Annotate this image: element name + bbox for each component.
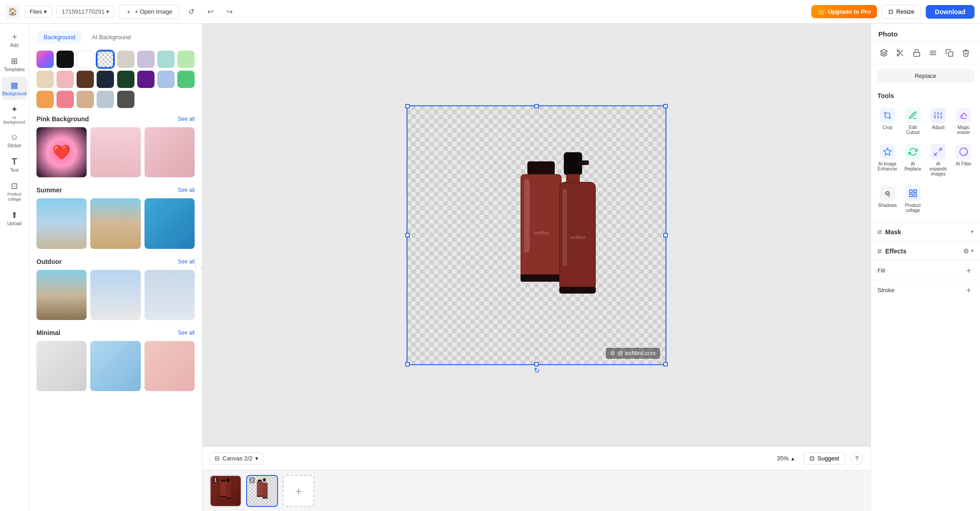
redo-icon[interactable]: ↪ xyxy=(222,5,237,19)
upgrade-button[interactable]: 👑 Upgrade to Pro xyxy=(811,5,877,18)
green-dark-swatch[interactable] xyxy=(117,71,134,88)
sidebar-item-product-collage[interactable]: ⊡ Product collage xyxy=(2,177,27,206)
undo-icon[interactable]: ↩ xyxy=(203,5,217,19)
pink-soft-thumb[interactable] xyxy=(90,127,140,177)
outdoor1-thumb[interactable] xyxy=(36,270,87,320)
sidebar-item-background[interactable]: ▦ Background xyxy=(2,77,27,100)
outdoor-see-all[interactable]: See all xyxy=(178,258,195,265)
brown-swatch[interactable] xyxy=(77,71,94,88)
pink-background-see-all[interactable]: See all xyxy=(178,116,195,122)
sidebar-item-text[interactable]: T Text xyxy=(2,153,27,176)
adjust-tool[interactable]: Adjust xyxy=(927,104,950,139)
navy-swatch[interactable] xyxy=(97,71,114,88)
files-label: Files xyxy=(30,8,42,15)
gray-warm-swatch[interactable] xyxy=(117,51,134,68)
green-medium-swatch[interactable] xyxy=(177,71,195,88)
blue-light-swatch[interactable] xyxy=(157,71,175,88)
open-image-button[interactable]: ＋ + Open Image xyxy=(119,5,179,19)
rotate-icon[interactable]: ↺ xyxy=(184,5,198,19)
pink-room-thumb[interactable] xyxy=(144,127,195,177)
files-menu[interactable]: Files ▾ xyxy=(25,5,52,18)
panel-collapse-button[interactable]: ‹ xyxy=(196,258,202,277)
lock-tool-icon[interactable] xyxy=(909,46,924,60)
summer-see-all[interactable]: See all xyxy=(178,187,195,193)
fill-add-button[interactable]: ＋ xyxy=(964,265,974,275)
suggest-button[interactable]: ⊡ Suggest xyxy=(804,452,845,465)
svg-rect-0 xyxy=(527,161,555,175)
zoom-control[interactable]: 35% ▴ xyxy=(773,453,798,464)
tab-background[interactable]: Background xyxy=(36,31,83,43)
light-green-swatch[interactable] xyxy=(177,51,195,68)
ai-image-enhancer-tool[interactable]: AI Image Enhancer xyxy=(876,140,899,180)
mask-collapse-arrow: ▾ xyxy=(971,229,974,235)
stroke-label: Stroke xyxy=(877,287,895,294)
minimal-see-all[interactable]: See all xyxy=(178,330,195,336)
blue-gray-swatch[interactable] xyxy=(97,91,114,108)
transparent-swatch[interactable] xyxy=(97,51,114,68)
purple-swatch[interactable] xyxy=(137,71,155,88)
sidebar-item-templates[interactable]: ⊞ Templates xyxy=(2,52,27,76)
copy-tool-icon[interactable] xyxy=(942,46,957,60)
ai-filter-tool[interactable]: AI Filter xyxy=(952,140,975,180)
ai-replace-tool[interactable]: AI Replace xyxy=(901,140,925,180)
canvas-container: insMind xyxy=(407,105,666,365)
scissors-tool-icon[interactable] xyxy=(893,46,908,60)
stroke-row: Stroke ＋ xyxy=(871,280,980,299)
pink-medium-swatch[interactable] xyxy=(57,91,74,108)
filename-selector[interactable]: 1715911770291 ▾ xyxy=(57,5,114,18)
black-swatch[interactable] xyxy=(57,51,74,68)
magic-eraser-tool[interactable]: Magic eraser xyxy=(952,104,975,139)
minimal2-thumb[interactable] xyxy=(90,341,140,391)
pink-heart-thumb[interactable]: ❤️ xyxy=(36,127,87,177)
summer3-thumb[interactable] xyxy=(144,198,195,248)
crop-tool[interactable]: Crop xyxy=(876,104,899,139)
rotate-handle[interactable]: ↻ xyxy=(532,366,541,375)
tan-swatch[interactable] xyxy=(77,91,94,108)
thumbnail-2[interactable]: 2 xyxy=(246,475,278,507)
summer2-thumb[interactable] xyxy=(90,198,140,248)
outdoor2-thumb[interactable] xyxy=(90,270,140,320)
outdoor3-thumb[interactable] xyxy=(144,270,195,320)
canvas-wrapper[interactable]: insMind xyxy=(202,24,871,446)
white-swatch[interactable] xyxy=(77,51,94,68)
ai-expands-images-tool[interactable]: AI expands images xyxy=(927,140,950,180)
canvas-selector[interactable]: ⊟ Canvas 2/2 ▾ xyxy=(210,452,263,465)
summer1-thumb[interactable] xyxy=(36,198,87,248)
minimal3-thumb[interactable] xyxy=(144,341,195,391)
home-icon[interactable]: 🏠 xyxy=(5,5,20,19)
layers-tool-icon[interactable] xyxy=(877,46,891,60)
add-canvas-button[interactable]: ＋ xyxy=(283,475,315,507)
flip-tool-icon[interactable] xyxy=(926,46,940,60)
effects-settings-icon[interactable]: ⚙ xyxy=(963,248,969,255)
mint-swatch[interactable] xyxy=(157,51,175,68)
sidebar-item-sticker[interactable]: ☺ Sticker xyxy=(2,129,27,152)
lavender-swatch[interactable] xyxy=(137,51,155,68)
replace-button[interactable]: Replace xyxy=(877,69,975,83)
edit-cutout-tool[interactable]: Edit Cutout xyxy=(901,104,925,139)
minimal1-thumb[interactable] xyxy=(36,341,87,391)
mask-header[interactable]: ⧄ Mask ▾ xyxy=(871,222,980,241)
resize-button[interactable]: ⊡ Resize xyxy=(882,5,921,19)
effects-header[interactable]: ⧄ Effects ⚙ ▾ xyxy=(871,242,980,260)
help-button[interactable]: ? xyxy=(851,452,863,465)
sidebar-item-add[interactable]: ＋ Add xyxy=(2,27,27,52)
sidebar-item-upload[interactable]: ⬆ Upload xyxy=(2,206,27,230)
stroke-add-button[interactable]: ＋ xyxy=(964,285,974,295)
tab-ai-background[interactable]: AI Background xyxy=(84,31,138,43)
product-image[interactable]: insMind xyxy=(489,148,625,330)
peach-swatch[interactable] xyxy=(36,71,54,88)
delete-tool-icon[interactable] xyxy=(959,46,973,60)
download-button[interactable]: Download xyxy=(926,5,975,19)
shadows-tool[interactable]: Shadows xyxy=(876,182,899,217)
svg-marker-26 xyxy=(881,50,887,53)
dark-gray-swatch[interactable] xyxy=(117,91,134,108)
sidebar-item-ai-background[interactable]: ✦ AI Background xyxy=(2,101,27,128)
mask-icon: ⧄ xyxy=(877,228,882,236)
product-collage-tool[interactable]: Product collage xyxy=(901,182,925,217)
svg-rect-15 xyxy=(221,481,227,496)
upgrade-label: Upgrade to Pro xyxy=(828,8,871,15)
pink-light-swatch[interactable] xyxy=(57,71,74,88)
orange-swatch[interactable] xyxy=(36,91,54,108)
gradient-swatch[interactable] xyxy=(36,51,54,68)
thumbnail-1[interactable]: 1 xyxy=(210,475,242,507)
